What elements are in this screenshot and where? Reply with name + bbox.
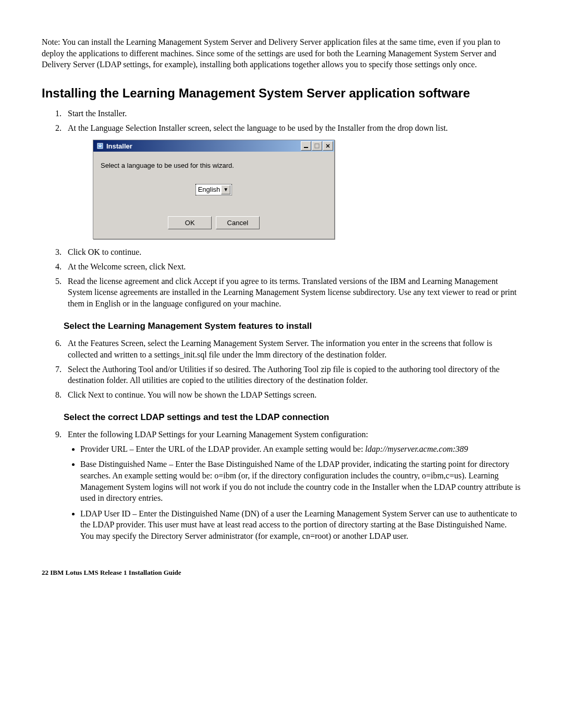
heading-install: Installing the Learning Management Syste… xyxy=(42,85,521,102)
subhead-features: Select the Learning Management System fe… xyxy=(64,320,521,332)
window-buttons xyxy=(301,141,333,151)
step-3: Click OK to continue. xyxy=(64,246,521,258)
close-button[interactable] xyxy=(323,141,333,151)
step-9: Enter the following LDAP Settings for yo… xyxy=(64,429,521,541)
step-5: Read the license agreement and click Acc… xyxy=(64,276,521,310)
bullet-ldap-user-text: LDAP User ID – Enter the Distinguished N… xyxy=(80,509,517,540)
intro-note: Note: You can install the Learning Manag… xyxy=(42,36,521,70)
step-4-text: At the Welcome screen, click Next. xyxy=(68,262,186,271)
cancel-button[interactable]: Cancel xyxy=(216,216,260,230)
bullet-ldap-user: LDAP User ID – Enter the Distinguished N… xyxy=(80,508,521,542)
svg-rect-1 xyxy=(304,147,308,148)
step-list-1: Start the Installer. At the Language Sel… xyxy=(42,108,521,309)
dialog-prompt: Select a language to be used for this wi… xyxy=(101,161,327,170)
step-8: Click Next to continue. You will now be … xyxy=(64,389,521,401)
language-dropdown[interactable]: English ▼ xyxy=(195,184,232,195)
language-value: English xyxy=(198,185,221,194)
step-5-text: Read the license agreement and click Acc… xyxy=(68,277,517,308)
step-2-text: At the Language Selection Installer scre… xyxy=(68,124,448,132)
step-3-text: Click OK to continue. xyxy=(68,248,141,256)
step-9-text: Enter the following LDAP Settings for yo… xyxy=(68,430,368,439)
installer-icon xyxy=(96,142,104,150)
step-2: At the Language Selection Installer scre… xyxy=(64,122,521,240)
svg-rect-2 xyxy=(315,144,319,148)
step-6-text: At the Features Screen, select the Learn… xyxy=(68,339,492,359)
bullet-base-dn: Base Distinguished Name – Enter the Base… xyxy=(80,459,521,503)
subhead-ldap: Select the correct LDAP settings and tes… xyxy=(64,412,521,424)
page-footer: 22 IBM Lotus LMS Release 1 Installation … xyxy=(42,568,521,577)
step-1-text: Start the Installer. xyxy=(68,109,127,118)
ldap-bullet-list: Provider URL – Enter the URL of the LDAP… xyxy=(68,443,521,542)
step-7-text: Select the Authoring Tool and/or Utiliti… xyxy=(68,365,499,385)
step-4: At the Welcome screen, click Next. xyxy=(64,261,521,273)
step-8-text: Click Next to continue. You will now be … xyxy=(68,390,316,399)
bullet-provider-url-text: Provider URL – Enter the URL of the LDAP… xyxy=(80,445,363,453)
bullet-provider-url: Provider URL – Enter the URL of the LDAP… xyxy=(80,443,521,455)
titlebar: Installer xyxy=(93,140,334,152)
ok-button[interactable]: OK xyxy=(168,216,212,230)
step-list-2: At the Features Screen, select the Learn… xyxy=(42,338,521,400)
titlebar-text: Installer xyxy=(106,142,298,151)
bullet-base-dn-text: Base Distinguished Name – Enter the Base… xyxy=(80,460,521,502)
maximize-button[interactable] xyxy=(312,141,322,151)
step-7: Select the Authoring Tool and/or Utiliti… xyxy=(64,364,521,386)
bullet-provider-url-example: ldap://myserver.acme.com:389 xyxy=(365,445,468,453)
minimize-button[interactable] xyxy=(301,141,311,151)
step-6: At the Features Screen, select the Learn… xyxy=(64,338,521,360)
step-1: Start the Installer. xyxy=(64,108,521,119)
dialog-body: Select a language to be used for this wi… xyxy=(93,152,334,239)
chevron-down-icon: ▼ xyxy=(221,185,230,194)
installer-dialog: Installer Select a language to be used f… xyxy=(93,140,335,239)
step-list-3: Enter the following LDAP Settings for yo… xyxy=(42,429,521,541)
